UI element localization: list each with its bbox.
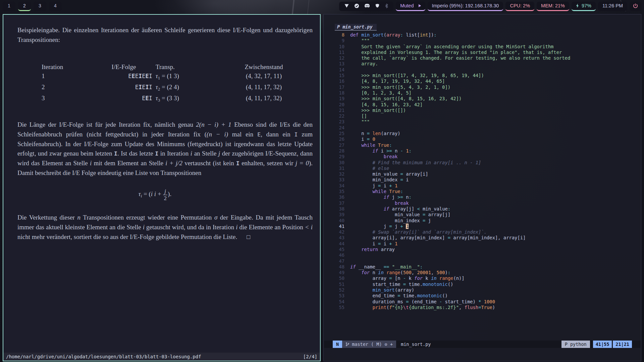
line-number: 13	[324, 61, 350, 67]
workspace-button-2[interactable]: 2	[18, 2, 31, 11]
code-text: [0, 1, 2, 3, 4, 5]	[350, 90, 412, 96]
mode-indicator: N	[333, 341, 342, 348]
code-line[interactable]: 43 array[i], array[min_index] = array[mi…	[324, 235, 641, 241]
python-icon: P	[337, 24, 340, 29]
code-line[interactable]: 38 if array[j] < min_value:	[324, 206, 641, 212]
code-line[interactable]: 25 n = len(array)	[324, 131, 641, 136]
code-line[interactable]: 29 break	[324, 154, 641, 160]
workspace-button-3[interactable]: 3	[34, 2, 46, 11]
code-line[interactable]: 46	[324, 252, 641, 258]
top-bar: 1234 Muted Imperio (95%): 192.168.178.30…	[0, 0, 644, 12]
code-line[interactable]: 36 if j >= n:	[324, 194, 641, 200]
code-line[interactable]: 27 while True:	[324, 142, 641, 148]
code-line[interactable]: 39 min_value = array[j]	[324, 212, 641, 218]
code-line[interactable]: 23 """	[324, 119, 641, 125]
power-button[interactable]	[630, 2, 641, 11]
code-line[interactable]: 52 min_sort(array)	[324, 287, 641, 293]
code-line[interactable]: 51 start_time = time.monotonic()	[324, 282, 641, 287]
workspace-button-1[interactable]: 1	[3, 2, 15, 11]
git-segment[interactable]: master ( M) ⊙ +	[342, 341, 396, 348]
code-line[interactable]: 42 # Swap `array[i]` and `array[min_inde…	[324, 229, 641, 235]
code-line[interactable]: 41 j = j + 1	[324, 224, 641, 229]
code-text: while True:	[350, 142, 392, 148]
code-text: end_time = time.monotonic()	[350, 293, 448, 299]
code-line[interactable]: 47	[324, 258, 641, 264]
code-line[interactable]: 48if __name__ == "__main__":	[324, 264, 641, 270]
line-number: 51	[324, 282, 350, 287]
code-line[interactable]: 31 # else	[324, 166, 641, 171]
editor-window[interactable]: P min_sort.py 8def min_sort(array: list[…	[323, 14, 641, 361]
code-line[interactable]: 54 duration_ms = (end_time - start_time)…	[324, 299, 641, 305]
language-segment: P python	[561, 341, 590, 348]
language-icon: P	[565, 342, 568, 347]
code-line[interactable]: 45 return array	[324, 247, 641, 252]
code-line[interactable]: 32 min_value = array[i]	[324, 171, 641, 177]
code-line[interactable]: 34 j = i + 1	[324, 183, 641, 189]
funnel-icon[interactable]	[344, 3, 349, 8]
line-number: 15	[324, 73, 350, 78]
code-text: # Swap `array[i]` and `array[min_index]`…	[350, 229, 487, 235]
mute-label: Muted	[400, 3, 414, 8]
code-line[interactable]: 15 >>> min_sort([17, 4, 32, 19, 8, 65, 1…	[324, 73, 641, 78]
pdf-table-cell: τ1 = (1 3)	[156, 71, 221, 82]
line-number: 9	[324, 38, 350, 44]
code-line[interactable]: 22 []	[324, 113, 641, 119]
code-line[interactable]: 30 # Find the minimum in array[i .. n - …	[324, 160, 641, 166]
code-line[interactable]: 44 i = i + 1	[324, 241, 641, 247]
line-number: 26	[324, 136, 350, 142]
line-number: 48	[324, 264, 350, 270]
code-line[interactable]: 28 if i >= n - 1:	[324, 148, 641, 154]
code-line[interactable]: 26 i = 0	[324, 136, 641, 142]
code-line[interactable]: 8def min_sort(array: list[int]):	[324, 32, 641, 38]
code-line[interactable]: 11 explained in Vorlesung 1. The array i…	[324, 50, 641, 55]
code-text: j = j + 1	[350, 224, 409, 229]
code-line[interactable]: 13 array.	[324, 61, 641, 67]
line-number: 31	[324, 166, 350, 171]
code-line[interactable]: 24	[324, 125, 641, 131]
clock-module[interactable]: 11:26 PM	[598, 2, 627, 11]
memory-label: MEM: 21%	[541, 3, 565, 8]
code-line[interactable]: 20 [4, 8, 15, 16, 23, 42]	[324, 102, 641, 108]
code-text: duration_ms = (end_time - start_time) * …	[350, 299, 495, 305]
code-area[interactable]: 8def min_sort(array: list[int]):9 """10 …	[324, 32, 641, 310]
line-number: 55	[324, 305, 350, 310]
line-number: 30	[324, 160, 350, 166]
bluetooth-icon[interactable]	[385, 3, 388, 8]
shield-icon[interactable]	[375, 3, 380, 8]
pdf-table-cell: EEEIEEI	[92, 71, 156, 82]
vpn-module[interactable]: Imperio (95%): 192.168.178.30	[428, 2, 503, 11]
code-line[interactable]: 12 the call, `array` is changed. For eas…	[324, 55, 641, 61]
code-line[interactable]: 33 min_index = i	[324, 177, 641, 183]
code-line[interactable]: 17 >>> min_sort([5, 4, 3, 2, 1, 0])	[324, 84, 641, 90]
check-circle-icon[interactable]	[354, 3, 359, 8]
code-line[interactable]: 19 >>> min_sort([4, 8, 15, 16, 23, 42])	[324, 96, 641, 102]
pdf-paragraph-explanation: Die Länge der I/E-Folge ist für jede Ite…	[17, 120, 313, 178]
pdf-page: Beispieleingabe. Die einzelnen Iteration…	[3, 15, 320, 353]
pdf-table-cell: (4, 32, 17, 11)	[221, 71, 307, 82]
cpu-module[interactable]: CPU: 2%	[505, 2, 534, 11]
code-line[interactable]: 40 min_index = j	[324, 218, 641, 224]
pdf-viewer-window[interactable]: Beispieleingabe. Die einzelnen Iteration…	[3, 14, 321, 361]
discord-icon[interactable]	[364, 3, 370, 8]
code-line[interactable]: 10 Sort the given `array` in ascending o…	[324, 44, 641, 50]
workspace-button-4[interactable]: 4	[49, 2, 62, 11]
code-line[interactable]: 21 >>> min_sort([])	[324, 108, 641, 113]
winbar[interactable]: P min_sort.py	[335, 24, 377, 31]
mute-module[interactable]: Muted	[396, 2, 425, 11]
line-number: 33	[324, 177, 350, 183]
code-line[interactable]: 9 """	[324, 38, 641, 44]
code-line[interactable]: 53 end_time = time.monotonic()	[324, 293, 641, 299]
code-line[interactable]: 50 array = [n - k for k in range(n)]	[324, 276, 641, 281]
code-line[interactable]: 16 [4, 8, 17, 19, 19, 32, 44, 65]	[324, 78, 641, 84]
battery-module[interactable]: 97%	[572, 2, 596, 11]
code-text: if i >= n - 1:	[350, 148, 412, 154]
code-line[interactable]: 18 [0, 1, 2, 3, 4, 5]	[324, 90, 641, 96]
code-line[interactable]: 37 break	[324, 200, 641, 206]
pdf-table-header-cell: I/E-Folge	[92, 62, 156, 71]
code-line[interactable]: 49 for n in range(500, 20001, 500):	[324, 270, 641, 276]
code-line[interactable]: 14	[324, 67, 641, 73]
memory-module[interactable]: MEM: 21%	[537, 2, 569, 11]
code-line[interactable]: 55 print(f"{n}\t{duration_ms:.2f}", flus…	[324, 305, 641, 310]
code-text: Sort the given `array` in ascending orde…	[350, 44, 553, 50]
code-line[interactable]: 35 while True:	[324, 189, 641, 194]
